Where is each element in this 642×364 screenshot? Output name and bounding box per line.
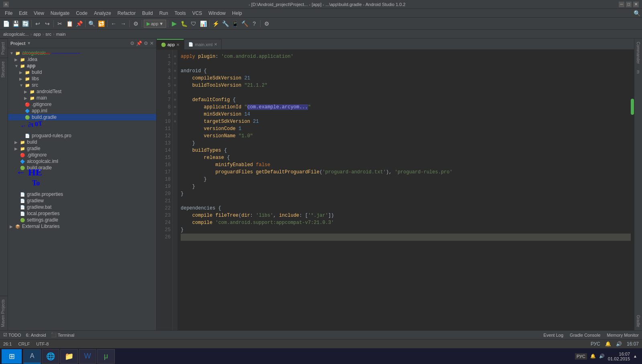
settings-btn[interactable]: ⚙ [262, 19, 271, 28]
tree-settingsgradle[interactable]: ▶ 🟢 settings.gradle [8, 217, 156, 223]
minimize-button[interactable]: ─ [619, 2, 624, 7]
code-content[interactable]: apply plugin: 'com.android.application' … [177, 50, 634, 330]
sdk-btn[interactable]: 🔨 [240, 19, 249, 28]
tree-appiml[interactable]: ▶ 🔷 app.iml [8, 108, 156, 114]
menu-vcs[interactable]: VCS [189, 10, 206, 17]
fold-14[interactable]: ⊖ [173, 75, 177, 82]
next-btn[interactable]: → [119, 19, 128, 28]
tree-libs[interactable]: ▶ 📁 libs [8, 75, 156, 82]
maximize-button[interactable]: □ [626, 2, 632, 7]
tree-buildgradle-app[interactable]: ▶ 🟢 build.gradle [8, 114, 156, 120]
tree-build1[interactable]: ▶ 📁 build [8, 69, 156, 75]
menu-build[interactable]: Build [139, 10, 156, 17]
tree-gitignore2[interactable]: ▶ 🔴 .gitignore [8, 152, 156, 158]
project-side-tab[interactable]: Project [0, 39, 8, 58]
cut-btn[interactable]: ✂ [55, 19, 64, 28]
menu-code[interactable]: Code [73, 10, 91, 17]
commander-tab[interactable]: Commander [635, 39, 641, 67]
tree-gradlewbat[interactable]: ▶ 📄 gradlew.bat [8, 204, 156, 210]
gradle-tab[interactable]: Gradle [635, 312, 641, 330]
terminal-tab[interactable]: ⬛ Terminal [51, 332, 75, 338]
tree-localprops[interactable]: ▶ 📄 local.properties [8, 210, 156, 217]
todo-tab[interactable]: ☑ TODO [3, 332, 21, 338]
tree-app[interactable]: ▼ 📁 app [8, 63, 156, 69]
run-button[interactable]: ▶ [170, 19, 179, 28]
fold-7[interactable]: ⊖ [173, 60, 177, 67]
tree-external[interactable]: ▶ 📦 External Libraries [8, 223, 156, 230]
taskbar-hide[interactable]: ▲ [633, 354, 637, 358]
panel-icon-settings[interactable]: ⚙ [130, 41, 135, 46]
maven-tab[interactable]: m [635, 67, 641, 77]
tab-app-gradle-close[interactable]: ✕ [176, 43, 179, 47]
taskbar-app-studio[interactable]: A [23, 349, 41, 364]
panel-icon-gear[interactable]: ⚙ [144, 41, 148, 46]
code-editor[interactable]: 12345 678910 1112131415 1617181920 21222… [157, 50, 634, 330]
tree-alcogolcalciml[interactable]: ▶ 🔷 alcogolcalc.iml [8, 158, 156, 165]
prev-btn[interactable]: ← [109, 19, 118, 28]
taskbar-app-word[interactable]: W [79, 349, 96, 364]
tab-app-gradle[interactable]: 🟢 app ✕ [157, 39, 184, 49]
fold-13[interactable]: ⊖ [173, 67, 177, 75]
tree-proguard[interactable]: ▶ 📄 proguard-rules.pro [8, 132, 156, 139]
tree-gradleprops[interactable]: ▶ 📄 gradle.properties [8, 191, 156, 197]
tab-mainxml-close[interactable]: ✕ [214, 42, 217, 47]
sync-btn[interactable]: ⚡ [211, 19, 220, 28]
debug-btn[interactable]: 🐛 [179, 19, 188, 28]
taskbar-app-chrome[interactable]: 🌐 [42, 349, 59, 364]
menu-help[interactable]: Help [229, 10, 245, 17]
android-tab[interactable]: 6: Android [26, 333, 46, 338]
taskbar-app-utorrent[interactable]: μ [97, 349, 115, 364]
fold-19[interactable]: ⊖ [173, 96, 177, 104]
menu-navigate[interactable]: Navigate [47, 10, 73, 17]
save-btn[interactable]: 💾 [11, 19, 20, 28]
tree-root[interactable]: ▼ 📁 alcogolcalc... ────────── [8, 50, 156, 56]
fold-18[interactable]: ⊖ [173, 89, 177, 96]
breadcrumb-main[interactable]: main [55, 32, 67, 37]
structure-side-tab[interactable]: Structure [0, 58, 8, 81]
search-icon[interactable]: 🔍 [634, 10, 640, 16]
tree-gradle[interactable]: ▶ 📁 gradle [8, 145, 156, 152]
app-selector[interactable]: ▶ app ▼ [144, 20, 166, 28]
fold-3[interactable]: ⊖ [173, 53, 177, 60]
new-file-btn[interactable]: 📄 [2, 19, 10, 28]
taskbar-app-explorer[interactable]: 📁 [60, 349, 78, 364]
fold-25[interactable]: ⊖ [173, 118, 177, 125]
start-button[interactable]: ⊞ [2, 349, 22, 364]
tree-idea[interactable]: ▶ 📁 .idea [8, 56, 156, 63]
gradle-btn[interactable]: 🔧 [221, 19, 230, 28]
redo-btn[interactable]: ↪ [43, 19, 52, 28]
maven-side-tab[interactable]: Maven Projects [0, 296, 8, 330]
menu-file[interactable]: File [2, 10, 16, 17]
breadcrumb-src[interactable]: src [44, 32, 53, 37]
panel-icon-pin[interactable]: 📌 [136, 41, 142, 46]
refresh-btn[interactable]: 🔄 [21, 19, 30, 28]
menu-tools[interactable]: Tools [171, 10, 189, 17]
paste-btn[interactable]: 📌 [75, 19, 84, 28]
structure-btn[interactable]: ⚙ [131, 19, 140, 28]
menu-view[interactable]: View [31, 10, 47, 17]
menu-analyze[interactable]: Analyze [91, 10, 114, 17]
tree-src[interactable]: ▼ 📁 src [8, 82, 156, 88]
gradle-console-btn[interactable]: Gradle Console [570, 333, 600, 338]
panel-icon-close[interactable]: ✕ [150, 41, 154, 46]
find-btn[interactable]: 🔍 [87, 19, 96, 28]
tab-mainxml[interactable]: 📄 main.xml ✕ [184, 39, 222, 49]
breadcrumb-root[interactable]: alcogolcalc... [2, 32, 31, 37]
profile-btn[interactable]: 📊 [199, 19, 208, 28]
fold-22[interactable]: ⊖ [173, 111, 177, 118]
scrollbar-indicator[interactable] [631, 99, 634, 115]
avd-btn[interactable]: 📱 [230, 19, 239, 28]
tree-main[interactable]: ▶ 📁 main [8, 95, 156, 101]
tree-gitignore1[interactable]: ▶ 🔴 .gitignore [8, 101, 156, 108]
coverage-btn[interactable]: 🛡 [189, 19, 198, 28]
tree-androidtest[interactable]: ▶ 📁 androidTest [8, 88, 156, 95]
help-btn[interactable]: ? [250, 19, 259, 28]
menu-refactor[interactable]: Refactor [114, 10, 139, 17]
undo-btn[interactable]: ↩ [33, 19, 42, 28]
tree-gradlew[interactable]: ▶ 📄 gradlew [8, 197, 156, 204]
fold-20[interactable]: ⊖ [173, 104, 177, 111]
menu-edit[interactable]: Edit [16, 10, 31, 17]
close-button[interactable]: ✕ [633, 2, 639, 7]
copy-btn[interactable]: 📋 [65, 19, 74, 28]
replace-btn[interactable]: 🔁 [97, 19, 106, 28]
